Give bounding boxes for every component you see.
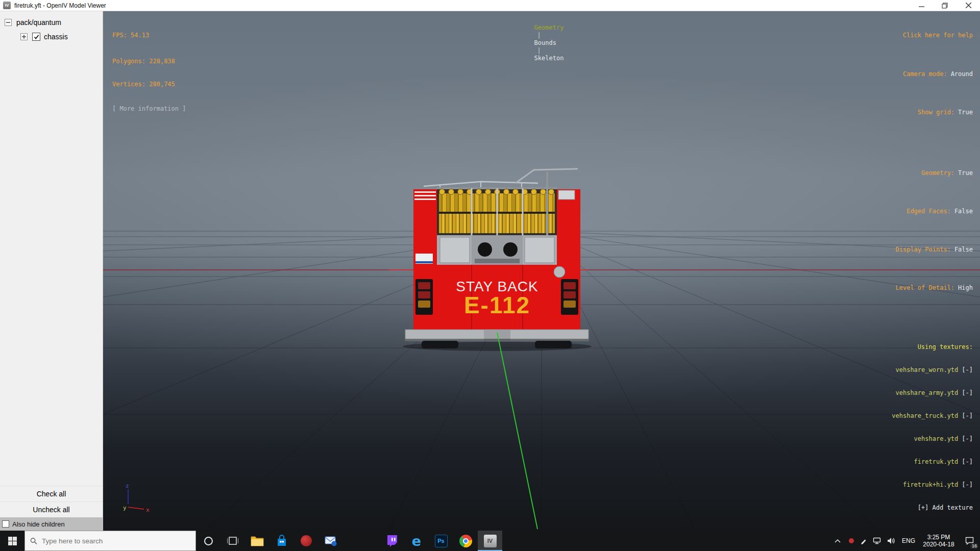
more-information-link[interactable]: [ More information ] xyxy=(112,105,186,113)
texture-remove-link[interactable]: [-] xyxy=(962,412,973,419)
task-view-button[interactable] xyxy=(220,531,245,551)
texture-remove-link[interactable]: [-] xyxy=(962,366,973,373)
volume-icon xyxy=(887,537,895,544)
windows-logo-icon xyxy=(8,537,17,545)
chrome-icon xyxy=(459,535,472,547)
setting-edged-faces: Edged Faces:False xyxy=(873,200,973,223)
tray-red-app-button[interactable] xyxy=(845,531,857,551)
title-bar: IV firetruk.yft - OpenIV Model Viewer xyxy=(0,0,980,11)
collapse-icon[interactable] xyxy=(5,19,12,26)
task-view-icon xyxy=(227,536,238,545)
restore-button[interactable] xyxy=(933,0,957,11)
axis-y-label: y xyxy=(123,505,127,511)
file-explorer-icon xyxy=(251,536,264,546)
tree-item-chassis[interactable]: chassis xyxy=(0,30,103,44)
also-hide-children-label: Also hide children xyxy=(12,520,65,528)
photoshop-icon: Ps xyxy=(435,535,448,547)
textures-header: Using textures: xyxy=(892,343,973,351)
tree-item-root[interactable]: pack/quantum xyxy=(0,15,103,30)
add-texture-link[interactable]: [+] Add texture xyxy=(892,504,973,512)
store-icon xyxy=(276,535,287,547)
model-tree: pack/quantum chassis xyxy=(0,11,103,44)
tray-network-button[interactable] xyxy=(870,531,884,551)
texture-remove-link[interactable]: [-] xyxy=(962,458,973,465)
stats-overlay: FPS: 54.13 Polygons: 228,838 Vertices: 2… xyxy=(112,16,186,128)
check-icon xyxy=(34,34,39,40)
vertices-counter: Vertices: 280,745 xyxy=(112,81,186,88)
openiv-button[interactable]: IV xyxy=(478,531,502,551)
red-app-button[interactable] xyxy=(294,531,318,551)
network-icon xyxy=(873,537,881,544)
axis-z-label: z xyxy=(126,483,129,489)
also-hide-children-row[interactable]: Also hide children xyxy=(0,517,103,531)
notification-badge: 16 xyxy=(970,543,978,549)
mode-tab-bounds[interactable]: Bounds xyxy=(534,39,556,46)
chrome-button[interactable] xyxy=(453,531,478,551)
texture-remove-link[interactable]: [-] xyxy=(962,435,973,442)
edge-icon: e xyxy=(412,534,421,548)
mode-tab-skeleton[interactable]: Skeleton xyxy=(534,55,564,62)
texture-remove-link[interactable]: [-] xyxy=(962,389,973,396)
file-explorer-button[interactable] xyxy=(245,531,270,551)
expand-icon[interactable] xyxy=(20,33,28,40)
clock-time: 3:25 PM xyxy=(927,534,950,541)
check-all-button[interactable]: Check all xyxy=(0,486,103,502)
search-input[interactable] xyxy=(42,537,190,545)
textures-overlay: Using textures: vehshare_worn.ytd[-] veh… xyxy=(892,328,973,527)
axis-gizmo: z y x xyxy=(123,483,150,513)
uncheck-all-button[interactable]: Uncheck all xyxy=(0,502,103,517)
polygons-counter: Polygons: 228,838 xyxy=(112,58,186,65)
minimize-icon xyxy=(919,3,924,8)
setting-level-of-detail: Level of Detail:High xyxy=(873,277,973,299)
axis-x-label: x xyxy=(146,507,150,513)
restore-icon xyxy=(942,3,948,9)
taskbar: e Ps IV ENG 3:25 PM 2020-04-18 xyxy=(0,531,980,551)
close-button[interactable] xyxy=(957,0,980,11)
language-indicator[interactable]: ENG xyxy=(898,531,919,551)
twitch-button[interactable] xyxy=(380,531,404,551)
chassis-checkbox[interactable] xyxy=(32,33,40,41)
tree-root-label[interactable]: pack/quantum xyxy=(16,18,61,27)
clock-date: 2020-04-18 xyxy=(923,541,954,548)
photoshop-button[interactable]: Ps xyxy=(429,531,453,551)
fps-counter: FPS: 54.13 xyxy=(112,32,186,39)
mail-button[interactable] xyxy=(318,531,343,551)
texture-item: vehshare_truck.ytd[-] xyxy=(892,412,973,420)
search-icon xyxy=(30,537,37,545)
action-center-button[interactable]: 16 xyxy=(959,531,980,551)
tree-actions: Check all Uncheck all Also hide children xyxy=(0,486,103,531)
twitch-icon xyxy=(386,535,398,547)
firetruck-model[interactable]: STAY BACK E-112 xyxy=(403,169,592,351)
mail-icon xyxy=(325,535,337,546)
mode-tab-geometry[interactable]: Geometry xyxy=(534,24,564,31)
window-controls xyxy=(910,0,980,11)
setting-display-points: Display Points:False xyxy=(873,238,973,261)
minimize-button[interactable] xyxy=(910,0,933,11)
also-hide-children-checkbox[interactable] xyxy=(2,520,9,528)
tray-pen-button[interactable] xyxy=(857,531,870,551)
model-viewport[interactable]: STAY BACK E-112 xyxy=(103,11,980,531)
settings-overlay: Click here for help Camera mode:Around S… xyxy=(873,16,973,315)
cortana-button[interactable] xyxy=(196,531,220,551)
setting-camera-mode: Camera mode:Around xyxy=(873,63,973,86)
openiv-icon: IV xyxy=(484,535,497,547)
texture-item: firetruk.ytd[-] xyxy=(892,458,973,466)
start-button[interactable] xyxy=(0,531,24,551)
edge-button[interactable]: e xyxy=(404,531,429,551)
3d-scene[interactable]: STAY BACK E-112 xyxy=(103,11,980,531)
taskbar-search[interactable] xyxy=(24,531,196,551)
system-tray: ENG 3:25 PM 2020-04-18 16 xyxy=(830,531,980,551)
store-button[interactable] xyxy=(270,531,294,551)
tree-chassis-label[interactable]: chassis xyxy=(44,33,68,41)
clock[interactable]: 3:25 PM 2020-04-18 xyxy=(919,531,959,551)
model-tree-panel: pack/quantum chassis Check all Uncheck a… xyxy=(0,11,103,531)
setting-geometry: Geometry:True xyxy=(873,162,973,185)
tray-chevron-button[interactable] xyxy=(830,531,845,551)
close-icon xyxy=(966,3,971,8)
tray-volume-button[interactable] xyxy=(884,531,898,551)
texture-remove-link[interactable]: [-] xyxy=(962,481,973,488)
cortana-icon xyxy=(204,537,213,545)
help-link[interactable]: Click here for help xyxy=(873,32,973,39)
window-title: firetruk.yft - OpenIV Model Viewer xyxy=(14,2,106,9)
window-icon: IV xyxy=(3,2,11,9)
